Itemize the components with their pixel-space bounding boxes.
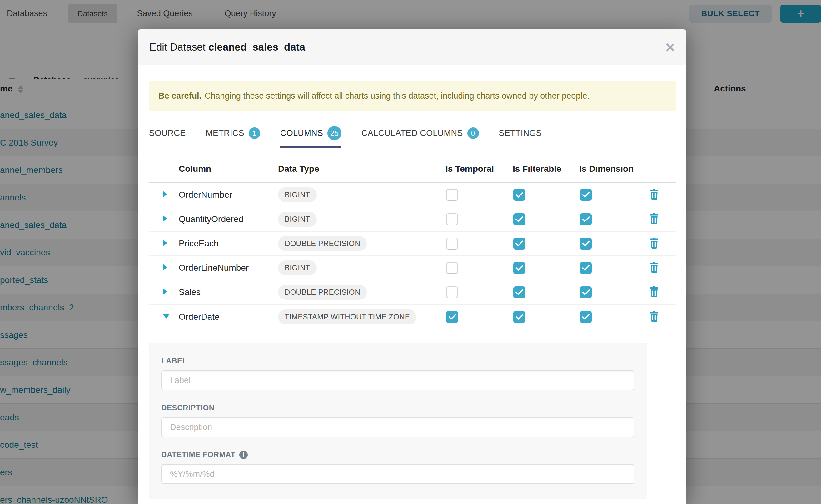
- is-dimension-checkbox[interactable]: [580, 286, 592, 298]
- is-temporal-checkbox[interactable]: [446, 238, 458, 250]
- column-name: OrderLineNumber: [179, 263, 278, 273]
- column-header: Column: [179, 164, 278, 174]
- edit-dataset-modal: Edit Dataset cleaned_sales_data × Be car…: [138, 29, 686, 504]
- is-temporal-checkbox[interactable]: [446, 286, 458, 298]
- is-filterable-checkbox[interactable]: [513, 286, 525, 298]
- is-dimension-checkbox[interactable]: [580, 311, 592, 323]
- delete-icon[interactable]: [650, 189, 659, 201]
- is-temporal-checkbox[interactable]: [446, 311, 458, 323]
- tab-label: SOURCE: [149, 128, 185, 138]
- is-filterable-checkbox[interactable]: [513, 311, 525, 323]
- data-type-pill: DOUBLE PRECISION: [278, 285, 367, 300]
- column-name: OrderNumber: [179, 190, 278, 200]
- is-dimension-checkbox[interactable]: [580, 262, 592, 274]
- column-name: OrderDate: [179, 312, 278, 322]
- column-row-OrderDate: OrderDate TIMESTAMP WITHOUT TIME ZONE: [149, 305, 676, 329]
- label-input[interactable]: [161, 370, 635, 390]
- close-icon[interactable]: ×: [665, 39, 675, 55]
- columns-count-badge: 25: [327, 126, 341, 140]
- column-row-OrderNumber: OrderNumber BIGINT: [149, 183, 676, 207]
- is-dimension-checkbox[interactable]: [580, 189, 592, 201]
- expand-caret[interactable]: [149, 240, 179, 247]
- calculated-columns-count-badge: 0: [468, 127, 479, 139]
- is-dimension-checkbox[interactable]: [580, 213, 592, 225]
- column-row-QuantityOrdered: QuantityOrdered BIGINT: [149, 207, 676, 232]
- delete-icon[interactable]: [650, 286, 659, 299]
- delete-icon[interactable]: [650, 262, 659, 274]
- caret-right-icon: [163, 240, 167, 246]
- label-text: DATETIME FORMAT: [161, 450, 235, 459]
- expand-caret[interactable]: [149, 215, 179, 223]
- warning-bold: Be careful.: [158, 91, 201, 101]
- label-field-label: LABEL: [161, 357, 635, 365]
- tab-settings[interactable]: SETTINGS: [499, 122, 542, 148]
- tab-label: CALCULATED COLUMNS: [361, 128, 463, 138]
- label-text: LABEL: [161, 357, 187, 365]
- is-temporal-checkbox[interactable]: [446, 189, 458, 201]
- datasets-page: Databases Datasets Saved Queries Query H…: [0, 0, 821, 504]
- modal-header: Edit Dataset cleaned_sales_data ×: [138, 29, 686, 65]
- is-temporal-checkbox[interactable]: [446, 213, 458, 225]
- caret-right-icon: [163, 191, 167, 197]
- caret-right-icon: [163, 264, 167, 270]
- tab-calculated-columns[interactable]: CALCULATED COLUMNS0: [361, 122, 479, 148]
- is-dimension-checkbox[interactable]: [580, 238, 592, 250]
- warning-banner: Be careful. Changing these settings will…: [149, 81, 676, 111]
- is-temporal-header: Is Temporal: [446, 164, 513, 174]
- label-text: DESCRIPTION: [161, 403, 215, 412]
- column-row-OrderLineNumber: OrderLineNumber BIGINT: [149, 256, 676, 280]
- delete-icon[interactable]: [650, 213, 659, 225]
- is-dimension-header: Is Dimension: [579, 164, 645, 174]
- caret-right-icon: [163, 289, 167, 295]
- metrics-count-badge: 1: [249, 127, 260, 139]
- tab-columns[interactable]: COLUMNS25: [280, 122, 341, 148]
- description-input[interactable]: [161, 417, 635, 437]
- description-field-label: DESCRIPTION: [161, 403, 635, 412]
- info-icon[interactable]: i: [239, 451, 248, 459]
- modal-tabs: SOURCE METRICS1 COLUMNS25 CALCULATED COL…: [149, 122, 676, 148]
- data-type-header: Data Type: [278, 164, 446, 174]
- column-row-Sales: Sales DOUBLE PRECISION: [149, 280, 676, 305]
- data-type-pill: BIGINT: [278, 212, 317, 227]
- is-filterable-checkbox[interactable]: [513, 189, 525, 201]
- columns-table: Column Data Type Is Temporal Is Filterab…: [149, 148, 676, 329]
- datetime-format-input[interactable]: [161, 464, 635, 484]
- column-row-PriceEach: PriceEach DOUBLE PRECISION: [149, 232, 676, 256]
- is-temporal-checkbox[interactable]: [446, 262, 458, 274]
- tab-metrics[interactable]: METRICS1: [205, 122, 260, 148]
- warning-text: Changing these settings will affect all …: [205, 91, 590, 101]
- data-type-pill: BIGINT: [278, 187, 317, 202]
- modal-title: Edit Dataset cleaned_sales_data: [149, 41, 305, 53]
- data-type-pill: TIMESTAMP WITHOUT TIME ZONE: [278, 309, 417, 324]
- datetime-format-field-label: DATETIME FORMAT i: [161, 450, 635, 459]
- tab-label: SETTINGS: [499, 128, 542, 138]
- tab-label: METRICS: [205, 128, 244, 138]
- modal-title-prefix: Edit Dataset: [149, 41, 205, 53]
- data-type-pill: DOUBLE PRECISION: [278, 236, 367, 251]
- is-filterable-checkbox[interactable]: [513, 213, 525, 225]
- caret-down-icon: [163, 314, 169, 319]
- column-name: Sales: [179, 287, 278, 297]
- delete-icon[interactable]: [650, 238, 659, 250]
- tab-label: COLUMNS: [280, 128, 323, 138]
- caret-right-icon: [163, 215, 167, 222]
- column-detail-panel: LABEL DESCRIPTION DATETIME FORMAT i: [149, 343, 647, 499]
- is-filterable-header: Is Filterable: [513, 164, 579, 174]
- expand-caret[interactable]: [149, 264, 179, 272]
- columns-table-header: Column Data Type Is Temporal Is Filterab…: [149, 148, 676, 183]
- modal-title-dataset: cleaned_sales_data: [208, 41, 305, 53]
- is-filterable-checkbox[interactable]: [513, 262, 525, 274]
- column-name: QuantityOrdered: [179, 214, 278, 224]
- column-name: PriceEach: [179, 239, 278, 249]
- expand-caret[interactable]: [149, 191, 179, 199]
- is-filterable-checkbox[interactable]: [513, 238, 525, 250]
- collapse-caret[interactable]: [149, 314, 179, 320]
- delete-icon[interactable]: [650, 311, 659, 323]
- data-type-pill: BIGINT: [278, 260, 317, 275]
- tab-source[interactable]: SOURCE: [149, 122, 185, 148]
- expand-caret[interactable]: [149, 289, 179, 296]
